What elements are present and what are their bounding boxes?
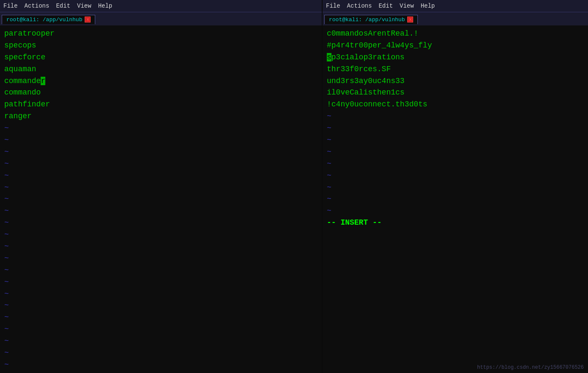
right-line-11: ~ [327,146,584,158]
right-tab-label: root@kali: /app/vulnhub [329,17,405,23]
left-line-28: ~ [4,359,317,371]
right-line-16: ~ [327,205,584,217]
terminal-left[interactable]: File Actions Edit View Help root@kali: /… [0,0,322,373]
right-tab-close[interactable]: x [407,17,413,22]
left-line-8: ~ [4,122,317,134]
left-menu-bar: File Actions Edit View Help [0,0,322,12]
left-line-3: aquaman [4,64,317,75]
right-line-2: sp3c1alop3rations [327,52,584,64]
left-line-10: ~ [4,146,317,158]
left-tab[interactable]: root@kali: /app/vulnhub x [2,15,95,24]
left-line-13: ~ [4,182,317,194]
right-line-1: #p4r4tr00per_4lw4ys_fly [327,40,584,52]
right-line-12: ~ [327,158,584,170]
left-line-7: ranger [4,111,317,122]
left-line-12: ~ [4,170,317,182]
left-line-6: pathfinder [4,99,317,111]
right-line-10: ~ [327,134,584,146]
right-line-15: ~ [327,193,584,205]
right-menu-file[interactable]: File [326,3,340,9]
left-line-0: paratrooper [4,28,317,40]
right-line-0: c0mmandosArentReal.! [327,28,584,40]
right-menu-help[interactable]: Help [421,3,435,9]
left-line-24: ~ [4,312,317,323]
left-tab-bar: root@kali: /app/vulnhub x [0,12,322,25]
right-line-5: il0veCalisthen1cs [327,87,584,99]
left-line-9: ~ [4,134,317,146]
left-line-11: ~ [4,158,317,170]
left-tab-close[interactable]: x [85,17,91,22]
left-line-18: ~ [4,241,317,253]
right-menu-actions[interactable]: Actions [347,3,372,9]
right-menu-bar: File Actions Edit View Help [323,0,588,12]
left-line-15: ~ [4,205,317,217]
left-menu-view[interactable]: View [77,3,91,9]
cursor-block-right: s [327,53,331,61]
right-terminal-content: c0mmandosArentReal.!#p4r4tr00per_4lw4ys_… [323,25,588,373]
left-menu-edit[interactable]: Edit [56,3,70,9]
right-menu-edit[interactable]: Edit [378,3,393,9]
left-line-1: specops [4,40,317,52]
left-menu-actions[interactable]: Actions [25,3,50,9]
left-menu-help[interactable]: Help [98,3,113,9]
right-line-6: !c4ny0uconnect.th3d0ts [327,99,584,111]
left-line-4: commander [4,75,317,87]
left-line-22: ~ [4,288,317,300]
left-line-26: ~ [4,335,317,347]
left-line-21: ~ [4,276,317,288]
right-line-8: ~ [327,111,584,122]
right-line-13: ~ [327,170,584,182]
left-line-29: ~ [4,371,317,373]
left-line-14: ~ [4,193,317,205]
left-line-5: commando [4,87,317,99]
insert-mode-label: -- INSERT -- [327,217,584,229]
left-line-19: ~ [4,253,317,264]
left-tab-label: root@kali: /app/vulnhub [6,17,82,23]
left-line-16: ~ [4,217,317,229]
terminal-right[interactable]: File Actions Edit View Help root@kali: /… [323,0,588,373]
left-line-2: specforce [4,52,317,64]
cursor-block: r [41,77,45,85]
right-line-4: und3rs3ay0uc4ns33 [327,75,584,87]
left-line-20: ~ [4,264,317,276]
left-line-17: ~ [4,229,317,241]
url-label: https://blog.csdn.net/zy15667076526 [477,365,584,370]
left-line-23: ~ [4,300,317,312]
right-line-3: thr33f0rces.SF [327,64,584,75]
left-terminal-content: paratrooperspecopsspecforceaquamancomman… [0,25,322,373]
right-tab[interactable]: root@kali: /app/vulnhub x [324,15,418,24]
right-tab-bar: root@kali: /app/vulnhub x [323,12,588,25]
left-line-25: ~ [4,323,317,335]
right-menu-view[interactable]: View [400,3,414,9]
right-line-14: ~ [327,182,584,194]
left-menu-file[interactable]: File [3,3,18,9]
right-line-9: ~ [327,122,584,134]
left-line-27: ~ [4,347,317,359]
